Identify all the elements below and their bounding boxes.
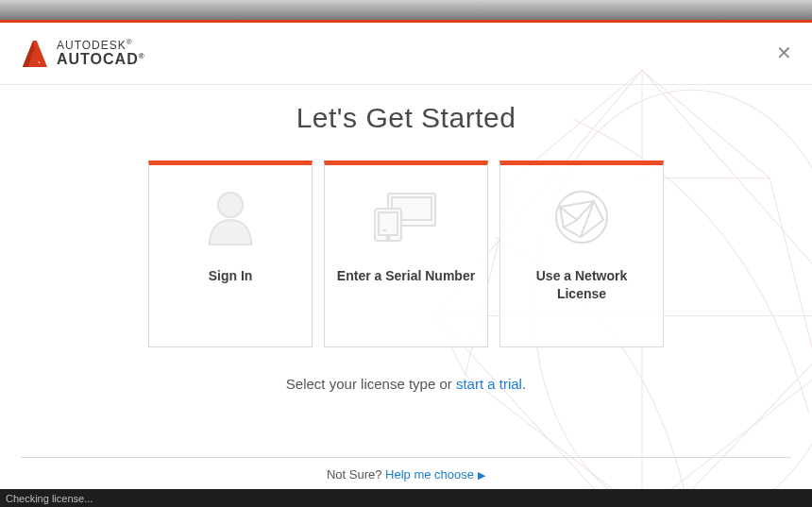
svg-point-1 (218, 193, 243, 217)
dialog-header: AUTODESK® AUTOCAD® ✕ (0, 23, 812, 85)
option-label: Sign In (197, 267, 264, 285)
page-title: Let's Get Started (296, 102, 516, 134)
svg-point-6 (387, 237, 390, 240)
autodesk-logo-icon (21, 39, 47, 69)
window-titlebar (0, 0, 812, 20)
close-button[interactable]: ✕ (774, 43, 793, 62)
svg-rect-7 (382, 229, 386, 231)
svg-rect-5 (379, 212, 398, 235)
devices-icon (368, 184, 444, 250)
footer-prefix: Not Sure? (327, 467, 385, 482)
start-trial-link[interactable]: start a trial (456, 376, 522, 392)
help-me-choose-link[interactable]: Help me choose (385, 467, 474, 482)
option-label: Enter a Serial Number (326, 267, 486, 285)
subtext-prefix: Select your license type or (286, 376, 456, 392)
license-dialog: AUTODESK® AUTOCAD® ✕ Let's Get Started (0, 20, 812, 489)
chevron-right-icon: ▶ (478, 469, 485, 481)
brand-text: AUTODESK® AUTOCAD® (57, 39, 145, 67)
subtext-suffix: . (522, 376, 526, 392)
option-sign-in[interactable]: Sign In (148, 161, 313, 347)
status-text: Checking license... (6, 493, 93, 504)
user-icon (193, 184, 268, 250)
close-icon: ✕ (776, 42, 792, 63)
brand-company: AUTODESK® (57, 39, 145, 52)
brand-product: AUTOCAD® (57, 52, 145, 68)
license-subtext: Select your license type or start a tria… (286, 376, 526, 392)
license-options: Sign In Enter a Seria (148, 161, 664, 347)
option-serial-number[interactable]: Enter a Serial Number (324, 161, 488, 347)
network-globe-icon (544, 184, 619, 250)
dialog-footer: Not Sure? Help me choose▶ (21, 457, 791, 482)
option-label: Use a Network License (500, 267, 663, 303)
option-network-license[interactable]: Use a Network License (499, 161, 664, 347)
brand: AUTODESK® AUTOCAD® (21, 39, 145, 69)
dialog-content: Let's Get Started Sign In (0, 85, 812, 489)
status-bar: Checking license... (0, 489, 812, 507)
